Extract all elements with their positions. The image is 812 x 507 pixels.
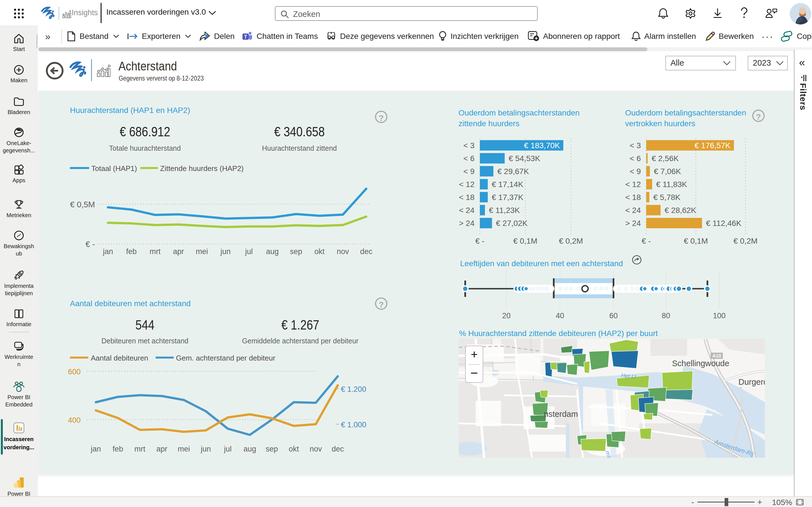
svg-text:< 24: < 24 — [459, 206, 474, 215]
svg-text:60: 60 — [609, 312, 618, 320]
svg-text:600: 600 — [68, 368, 81, 376]
svg-text:sep: sep — [290, 247, 302, 256]
svg-text:€ 176,57K: € 176,57K — [695, 141, 730, 150]
svg-text:mrt: mrt — [135, 445, 146, 453]
svg-text:jan: jan — [103, 247, 113, 256]
svg-text:mei: mei — [196, 247, 208, 256]
svg-text:€ 7,06K: € 7,06K — [654, 167, 681, 176]
svg-text:< 12: < 12 — [625, 180, 641, 189]
svg-text:feb: feb — [112, 445, 123, 453]
svg-text:20: 20 — [502, 312, 511, 320]
svg-text:aug: aug — [243, 445, 256, 453]
svg-text:€ 0,1M: € 0,1M — [684, 237, 708, 245]
svg-text:€ 0,2M: € 0,2M — [733, 237, 758, 245]
svg-text:> 24: > 24 — [459, 219, 474, 228]
svg-text:nov: nov — [337, 247, 349, 256]
svg-text:< 24: < 24 — [625, 206, 641, 215]
svg-text:< 3: < 3 — [463, 141, 474, 150]
svg-text:< 3: < 3 — [629, 141, 641, 150]
svg-text:aug: aug — [266, 247, 278, 256]
svg-text:< 12: < 12 — [459, 180, 474, 189]
svg-text:apr: apr — [156, 445, 167, 453]
svg-text:nsterdam: nsterdam — [544, 409, 578, 418]
svg-text:€ 11,23K: € 11,23K — [489, 206, 520, 215]
svg-text:€ 17,37K: € 17,37K — [492, 193, 523, 202]
svg-text:€ 112,46K: € 112,46K — [706, 219, 742, 228]
svg-text:< 9: < 9 — [463, 167, 474, 176]
svg-text:sep: sep — [266, 445, 278, 453]
svg-text:A10: A10 — [712, 353, 721, 358]
svg-text:< 6: < 6 — [629, 154, 641, 163]
svg-text:< 6: < 6 — [463, 154, 474, 163]
svg-text:€ 54,53K: € 54,53K — [509, 154, 540, 163]
svg-text:€ 0,2M: € 0,2M — [559, 237, 583, 245]
svg-text:€ 183,70K: € 183,70K — [524, 141, 560, 150]
svg-text:jun: jun — [200, 445, 211, 453]
svg-text:dec: dec — [332, 445, 344, 453]
svg-text:€ 1.000: € 1.000 — [341, 420, 366, 429]
svg-text:Schellingwoude: Schellingwoude — [672, 359, 729, 368]
svg-text:€ 28,62K: € 28,62K — [665, 206, 696, 215]
svg-text:okt: okt — [289, 445, 299, 453]
svg-text:€ -: € - — [475, 237, 485, 245]
svg-text:T: T — [244, 34, 247, 40]
svg-text:jun: jun — [220, 247, 231, 256]
svg-text:40: 40 — [556, 312, 564, 320]
svg-text:Durgerda: Durgerda — [739, 378, 765, 386]
svg-text:mrt: mrt — [150, 247, 161, 256]
svg-text:400: 400 — [68, 416, 81, 425]
svg-text:< 9: < 9 — [629, 167, 641, 176]
svg-text:< 18: < 18 — [625, 193, 641, 202]
svg-text:€ 17,14K: € 17,14K — [492, 180, 523, 189]
svg-text:€ 1.200: € 1.200 — [341, 385, 366, 393]
svg-text:80: 80 — [662, 312, 670, 320]
svg-text:€ 29,67K: € 29,67K — [497, 167, 529, 176]
svg-text:€ 27,02K: € 27,02K — [496, 219, 527, 228]
svg-text:€ 11,83K: € 11,83K — [656, 180, 687, 189]
svg-text:> 24: > 24 — [625, 219, 641, 228]
svg-text:mei: mei — [177, 445, 190, 453]
svg-text:€ 0,1M: € 0,1M — [513, 237, 538, 245]
svg-text:okt: okt — [314, 247, 325, 256]
svg-text:nov: nov — [310, 445, 322, 453]
svg-text:€ 5,78K: € 5,78K — [653, 193, 680, 202]
svg-text:apr: apr — [173, 247, 184, 256]
svg-text:€ 2,56K: € 2,56K — [652, 154, 679, 163]
svg-text:€ -: € - — [642, 237, 651, 245]
svg-text:€ 0,5M: € 0,5M — [70, 200, 95, 209]
svg-text:feb: feb — [126, 247, 137, 256]
svg-text:100: 100 — [713, 312, 725, 320]
svg-text:€ -: € - — [86, 240, 95, 249]
svg-text:dec: dec — [360, 247, 372, 256]
svg-text:jul: jul — [245, 247, 253, 256]
svg-text:jul: jul — [223, 445, 232, 453]
svg-text:< 18: < 18 — [459, 193, 474, 202]
svg-text:jan: jan — [91, 445, 101, 453]
